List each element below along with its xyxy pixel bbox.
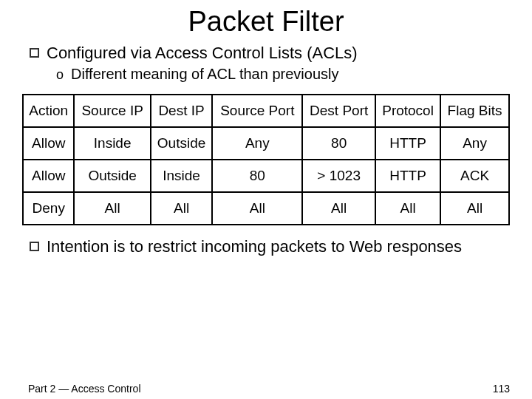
cell: HTTP <box>375 160 440 192</box>
cell: Outside <box>74 160 150 192</box>
slide: Packet Filter Configured via Access Cont… <box>0 6 532 399</box>
bullet-level1: Configured via Access Control Lists (ACL… <box>30 44 510 63</box>
col-src-port: Source Port <box>212 95 302 127</box>
cell: Any <box>440 127 509 160</box>
cell: 80 <box>302 127 375 160</box>
bullet2-text: Intention is to restrict incoming packet… <box>47 237 462 256</box>
cell: > 1023 <box>302 160 375 192</box>
col-action: Action <box>23 95 74 127</box>
cell: Allow <box>23 127 74 160</box>
cell: All <box>302 192 375 225</box>
cell: Any <box>212 127 302 160</box>
cell: All <box>440 192 509 225</box>
cell: Deny <box>23 192 74 225</box>
cell: All <box>151 192 212 225</box>
cell: Outside <box>151 127 212 160</box>
table-row: Deny All All All All All All <box>23 192 509 225</box>
cell: All <box>375 192 440 225</box>
bullet-block-bottom: Intention is to restrict incoming packet… <box>30 237 510 256</box>
table-row: Allow Outside Inside 80 > 1023 HTTP ACK <box>23 160 509 192</box>
cell: HTTP <box>375 127 440 160</box>
cell: 80 <box>212 160 302 192</box>
footer: Part 2 — Access Control 113 <box>28 383 510 395</box>
col-src-ip: Source IP <box>74 95 150 127</box>
col-flag: Flag Bits <box>440 95 509 127</box>
col-dst-port: Dest Port <box>302 95 375 127</box>
acl-table: Action Source IP Dest IP Source Port Des… <box>22 94 510 225</box>
circle-bullet-icon: o <box>56 66 64 83</box>
footer-left: Part 2 — Access Control <box>28 383 141 395</box>
bullet-level1: Intention is to restrict incoming packet… <box>30 237 510 256</box>
bullet1-text: Configured via Access Control Lists (ACL… <box>47 44 358 63</box>
footer-right: 113 <box>493 383 510 395</box>
square-bullet-icon <box>30 48 39 58</box>
cell: ACK <box>440 160 509 192</box>
cell: Inside <box>151 160 212 192</box>
cell: Inside <box>74 127 150 160</box>
slide-title: Packet Filter <box>0 6 532 38</box>
cell: Allow <box>23 160 74 192</box>
table-row: Allow Inside Outside Any 80 HTTP Any <box>23 127 509 160</box>
table-header-row: Action Source IP Dest IP Source Port Des… <box>23 95 509 127</box>
cell: All <box>74 192 150 225</box>
bullet-level2: o Different meaning of ACL than previous… <box>56 66 510 83</box>
bullet-block-top: Configured via Access Control Lists (ACL… <box>30 44 510 83</box>
col-dst-ip: Dest IP <box>151 95 212 127</box>
bullet1-sub-text: Different meaning of ACL than previously <box>71 66 338 83</box>
square-bullet-icon <box>30 242 39 251</box>
cell: All <box>212 192 302 225</box>
col-protocol: Protocol <box>375 95 440 127</box>
